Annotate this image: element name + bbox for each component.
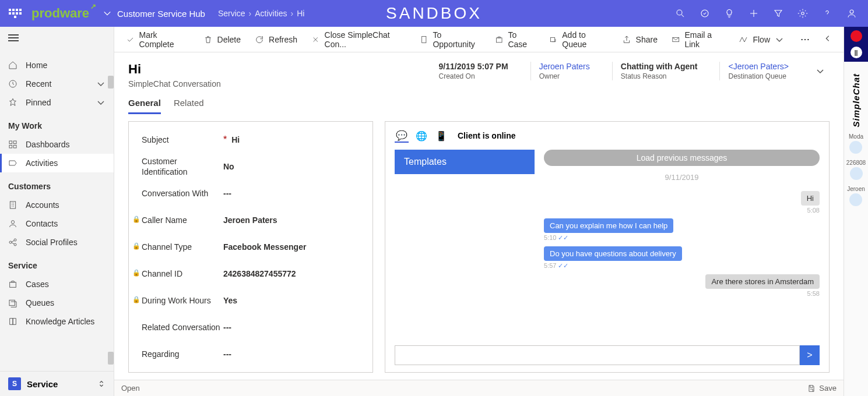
dest-queue-value[interactable]: <Jeroen Paters> xyxy=(728,62,789,71)
rail-item[interactable]: 226808 xyxy=(846,160,866,180)
cmd-refresh[interactable]: Refresh xyxy=(249,31,303,48)
gear-icon[interactable] xyxy=(791,0,814,27)
sidebar-item-dashboards[interactable]: Dashboards xyxy=(0,135,114,154)
search-icon[interactable] xyxy=(669,0,692,27)
cmd-label: Mark Complete xyxy=(139,30,189,49)
created-on-label: Created On xyxy=(439,72,508,80)
area-switcher[interactable]: S Service xyxy=(0,371,114,396)
owner-value[interactable]: Jeroen Paters xyxy=(539,62,590,71)
status-left: Open xyxy=(121,384,140,393)
save-button[interactable]: Save xyxy=(807,384,837,393)
help-icon[interactable] xyxy=(816,0,839,27)
scrollbar-thumb[interactable] xyxy=(108,352,114,365)
sidebar-group-mywork: My Work xyxy=(0,112,114,135)
cmd-add-queue[interactable]: Add to Queue xyxy=(543,27,614,52)
msg-time: 5:10 ✓✓ xyxy=(544,234,568,242)
field-value-relconv[interactable]: --- xyxy=(223,323,231,332)
send-button[interactable]: > xyxy=(800,345,820,365)
dashboard-icon xyxy=(8,140,17,149)
sidebar-item-queues[interactable]: Queues xyxy=(0,294,114,312)
tab-related[interactable]: Related xyxy=(174,98,204,114)
app-launcher[interactable] xyxy=(8,6,22,20)
sidebar-item-knowledge[interactable]: Knowledge Articles xyxy=(0,312,114,331)
book-icon xyxy=(8,317,17,326)
sidebar-item-accounts[interactable]: Accounts xyxy=(0,196,114,214)
crumb-activities[interactable]: Activities xyxy=(255,9,287,18)
case-icon xyxy=(8,280,17,289)
share-icon xyxy=(622,35,631,44)
hamburger-button[interactable] xyxy=(0,27,114,52)
device-icon[interactable]: 📱 xyxy=(434,129,448,143)
msg-time: 5:08 xyxy=(807,207,820,214)
activity-icon xyxy=(8,158,17,168)
field-value-custid[interactable]: No xyxy=(223,162,234,171)
msg-in: Are there stores in Amsterdam xyxy=(705,274,820,289)
svg-rect-15 xyxy=(9,300,15,305)
sidebar-item-cases[interactable]: Cases xyxy=(0,275,114,294)
cmd-collapse[interactable] xyxy=(818,31,838,48)
add-queue-icon xyxy=(549,35,558,44)
sidebar-item-pinned[interactable]: Pinned xyxy=(0,93,114,112)
cmd-label: Close SimpleChat Con... xyxy=(325,30,406,49)
plus-icon[interactable] xyxy=(742,0,765,27)
sidebar-item-social[interactable]: Social Profiles xyxy=(0,233,114,252)
sidebar-item-activities[interactable]: Activities xyxy=(0,154,114,172)
environment-badge: SANDBOX xyxy=(386,4,482,23)
bulb-icon[interactable] xyxy=(718,0,741,27)
cmd-to-case[interactable]: To Case xyxy=(489,27,541,52)
field-label: Regarding xyxy=(142,349,223,359)
sidebar-item-home[interactable]: Home xyxy=(0,56,114,75)
avatar-icon xyxy=(849,193,862,206)
chat-channel-icon[interactable]: 💬 xyxy=(395,129,409,143)
doc-icon xyxy=(420,35,428,44)
header-expand[interactable] xyxy=(811,62,830,83)
filter-icon[interactable] xyxy=(767,0,790,27)
rail-label: 226808 xyxy=(846,160,866,166)
templates-title[interactable]: Templates xyxy=(395,150,535,174)
crumb-service[interactable]: Service xyxy=(218,9,245,18)
chat-input[interactable] xyxy=(395,345,800,365)
chat-panel: 💬 🌐 📱 Client is online Templates Load pr… xyxy=(385,121,830,373)
sidebar-item-contacts[interactable]: Contacts xyxy=(0,214,114,233)
sidebar-group-customers: Customers xyxy=(0,172,114,196)
created-on-value: 9/11/2019 5:07 PM xyxy=(439,62,508,71)
case-icon xyxy=(495,35,503,44)
sidebar-label: Recent xyxy=(26,79,51,89)
sidebar-item-recent[interactable]: Recent xyxy=(0,75,114,93)
cmd-share[interactable]: Share xyxy=(616,31,663,48)
rail-item[interactable]: Jeroen xyxy=(847,186,865,206)
save-label: Save xyxy=(819,384,837,393)
cmd-mark-complete[interactable]: Mark Complete xyxy=(120,27,195,52)
hub-name[interactable]: Customer Service Hub xyxy=(117,9,205,19)
sidebar: Home Recent Pinned My Work Dashboards Ac… xyxy=(0,27,114,396)
cmd-email-link[interactable]: Email a Link xyxy=(666,27,731,52)
check-icon xyxy=(126,35,135,44)
svg-rect-9 xyxy=(10,201,15,208)
msg-time: 5:58 xyxy=(807,290,820,297)
svg-rect-8 xyxy=(13,145,16,148)
cmd-close-chat[interactable]: Close SimpleChat Con... xyxy=(305,27,412,52)
globe-icon[interactable]: 🌐 xyxy=(414,129,428,143)
cmd-delete[interactable]: Delete xyxy=(198,31,247,48)
pause-button[interactable] xyxy=(851,47,862,58)
cmd-label: Email a Link xyxy=(684,30,725,49)
field-value-convwith[interactable]: --- xyxy=(223,189,231,198)
tab-general[interactable]: General xyxy=(128,98,161,114)
field-value-regarding[interactable]: --- xyxy=(223,349,231,359)
logo: prodware↗ xyxy=(31,6,94,21)
refresh-icon xyxy=(255,35,264,44)
cmd-overflow[interactable]: ⋯ xyxy=(795,30,816,48)
sidebar-label: Dashboards xyxy=(26,140,70,149)
cmd-to-opportunity[interactable]: To Opportunity xyxy=(414,27,487,52)
record-indicator[interactable] xyxy=(851,30,862,42)
user-icon[interactable] xyxy=(840,0,863,27)
flow-icon xyxy=(739,35,748,44)
task-icon[interactable] xyxy=(693,0,716,27)
rail-item[interactable]: Moda xyxy=(849,133,863,154)
field-value-subject[interactable]: Hi xyxy=(231,135,240,144)
chevron-down-icon xyxy=(96,98,106,107)
chevron-down-icon[interactable] xyxy=(103,9,111,17)
cmd-flow[interactable]: Flow xyxy=(733,31,790,48)
load-previous-button[interactable]: Load previous messages xyxy=(544,150,820,166)
rail-label: Moda xyxy=(849,133,863,140)
